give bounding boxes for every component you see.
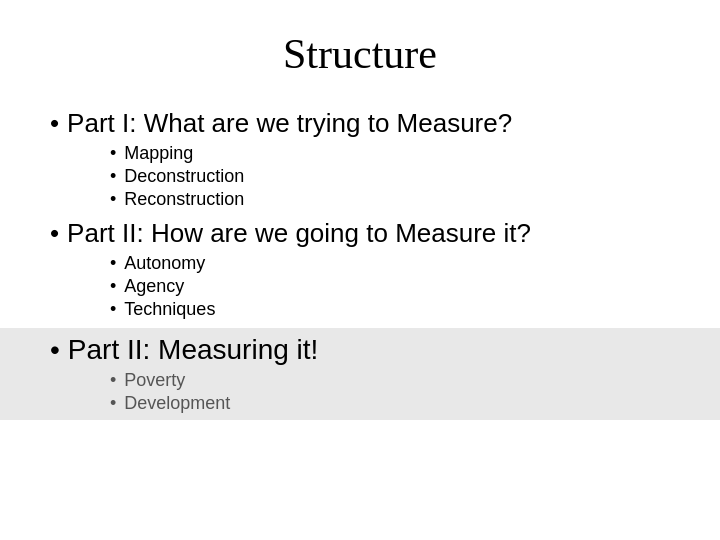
list-item: • Techniques [110,299,670,320]
sub-item-text: Poverty [124,370,185,391]
section-header-part2: • Part II: How are we going to Measure i… [50,218,670,249]
bullet-small: • [110,189,116,210]
list-item: • Poverty [110,370,670,391]
sub-item-text: Deconstruction [124,166,244,187]
sub-item-text: Autonomy [124,253,205,274]
list-item: • Deconstruction [110,166,670,187]
bullet-large-part2: • [50,218,59,249]
bullet-small: • [110,276,116,297]
content: • Part I: What are we trying to Measure?… [50,108,670,428]
bullet-small: • [110,253,116,274]
bullet-small: • [110,143,116,164]
list-item: • Reconstruction [110,189,670,210]
section-label-part1: Part I: What are we trying to Measure? [67,108,512,139]
bullet-large-part1: • [50,108,59,139]
bullet-small: • [110,166,116,187]
list-item: • Mapping [110,143,670,164]
section-label-part2: Part II: How are we going to Measure it? [67,218,531,249]
bullet-small: • [110,299,116,320]
sub-item-text: Techniques [124,299,215,320]
section-part1: • Part I: What are we trying to Measure?… [50,108,670,210]
section-label-part3: Part II: Measuring it! [68,334,319,366]
slide-title: Structure [50,30,670,78]
section-header-part3: • Part II: Measuring it! [50,334,670,366]
bullet-large-part3: • [50,334,60,366]
section-part3: • Part II: Measuring it! • Poverty • Dev… [0,328,720,420]
sub-item-text: Agency [124,276,184,297]
list-item: • Agency [110,276,670,297]
section-header-part1: • Part I: What are we trying to Measure? [50,108,670,139]
bullet-small: • [110,370,116,391]
sub-item-text: Reconstruction [124,189,244,210]
sub-items-part3: • Poverty • Development [110,370,670,414]
sub-item-text: Mapping [124,143,193,164]
list-item: • Development [110,393,670,414]
bullet-small: • [110,393,116,414]
sub-item-text: Development [124,393,230,414]
slide: Structure • Part I: What are we trying t… [0,0,720,540]
list-item: • Autonomy [110,253,670,274]
section-part2: • Part II: How are we going to Measure i… [50,218,670,320]
sub-items-part2: • Autonomy • Agency • Techniques [110,253,670,320]
sub-items-part1: • Mapping • Deconstruction • Reconstruct… [110,143,670,210]
